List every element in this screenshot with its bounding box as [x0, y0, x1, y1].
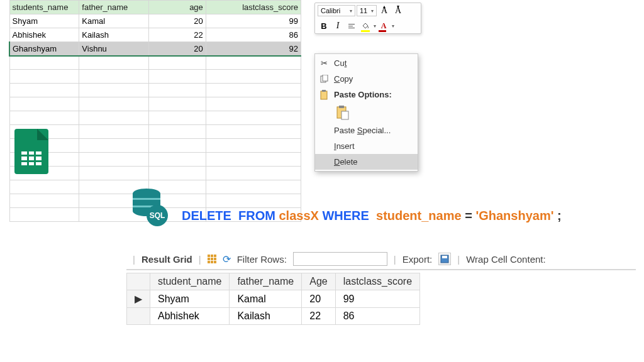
result-table[interactable]: student_name father_name Age lastclass_s… [126, 273, 420, 325]
cell[interactable]: Shyam [9, 14, 79, 28]
cell[interactable]: 22 [302, 308, 335, 325]
cell[interactable]: 99 [335, 290, 419, 308]
svg-rect-1 [323, 75, 328, 81]
cell[interactable]: Abhishek [150, 308, 230, 325]
decrease-font-button[interactable]: A▾ [392, 4, 404, 17]
col-header[interactable]: Age [302, 273, 335, 290]
cell[interactable]: 22 [149, 28, 206, 42]
italic-button[interactable]: I [331, 19, 344, 32]
copy-icon [319, 74, 329, 84]
cell[interactable]: 86 [335, 308, 419, 325]
result-grid: student_name father_name Age lastclass_s… [126, 273, 636, 325]
menu-insert[interactable]: Insert [315, 138, 418, 154]
refresh-icon[interactable]: ⟳ [223, 253, 231, 265]
font-name-dropdown[interactable]: Calibri▾ [318, 5, 355, 16]
sql-query-text: DELETE FROM classX WHERE student_name = … [182, 209, 562, 223]
empty-row[interactable] [9, 70, 301, 84]
svg-rect-8 [442, 256, 447, 258]
empty-row[interactable] [9, 56, 301, 70]
paste-options-row [315, 102, 418, 123]
table-row-selected[interactable]: Ghanshyam Vishnu 20 92 [9, 42, 301, 56]
clipboard-paste-icon [336, 105, 350, 120]
cell[interactable]: 92 [206, 42, 301, 56]
divider: | [133, 254, 135, 265]
cell[interactable]: 99 [206, 14, 301, 28]
menu-paste-special[interactable]: Paste Special... [315, 123, 418, 138]
excel-header-row: students_name father_name age lastclass_… [9, 1, 301, 14]
menu-copy[interactable]: Copy [315, 71, 418, 87]
menu-delete[interactable]: Delete [315, 154, 418, 170]
mini-format-toolbar: Calibri▾ 11▾ A▴ A▾ B I ▾ A ▾ [314, 3, 421, 34]
cell[interactable]: Vishnu [79, 42, 149, 56]
save-icon [440, 255, 449, 263]
clipboard-icon [319, 90, 329, 100]
empty-row[interactable] [9, 84, 301, 97]
result-grid-label: Result Grid [142, 254, 192, 265]
svg-rect-3 [322, 90, 326, 92]
empty-row[interactable] [9, 111, 301, 125]
sql-database-icon: SQL [130, 189, 167, 228]
cell[interactable]: 20 [149, 42, 206, 56]
sql-column: student_name [376, 209, 462, 222]
empty-row[interactable] [9, 153, 301, 167]
empty-row[interactable] [9, 139, 301, 153]
chevron-down-icon: ▾ [350, 8, 352, 14]
chevron-down-icon[interactable]: ▾ [392, 23, 394, 29]
bold-button[interactable]: B [318, 19, 330, 32]
row-selector-header [127, 273, 150, 290]
table-row[interactable]: ▶ Shyam Kamal 20 99 [127, 290, 420, 308]
cell[interactable]: Kailash [230, 308, 302, 325]
cell[interactable]: Abhishek [9, 28, 79, 42]
filter-rows-label: Filter Rows: [237, 254, 287, 265]
divider: | [199, 254, 201, 265]
font-size-dropdown[interactable]: 11▾ [357, 5, 377, 16]
cell[interactable]: Kamal [79, 14, 149, 28]
col-header[interactable]: lastclass_score [206, 1, 301, 14]
chevron-down-icon[interactable]: ▾ [374, 23, 376, 29]
table-row[interactable]: Shyam Kamal 20 99 [9, 14, 301, 28]
scissors-icon: ✂ [319, 58, 329, 69]
cell[interactable]: 20 [302, 290, 335, 308]
sql-keyword: FROM [238, 209, 275, 222]
col-header[interactable]: students_name [9, 1, 79, 14]
empty-row[interactable] [9, 125, 301, 139]
table-row[interactable]: Abhishek Kailash 22 86 [127, 308, 420, 325]
result-toolbar: | Result Grid | ⟳ Filter Rows: | Export:… [126, 249, 636, 270]
cell[interactable]: 86 [206, 28, 301, 42]
empty-row[interactable] [9, 167, 301, 180]
sql-keyword: DELETE [182, 209, 231, 222]
align-button[interactable] [345, 19, 358, 32]
font-color-button[interactable]: A [377, 19, 390, 32]
wrap-cell-label: Wrap Cell Content: [466, 254, 545, 265]
export-button[interactable] [438, 253, 451, 265]
menu-cut[interactable]: ✂ Cut [315, 55, 418, 71]
menu-paste-options: Paste Options: [315, 87, 418, 102]
col-header[interactable]: student_name [150, 273, 230, 290]
empty-row[interactable] [9, 97, 301, 111]
cell[interactable]: Ghanshyam [9, 42, 79, 56]
col-header[interactable]: father_name [230, 273, 302, 290]
paste-option-default[interactable] [334, 104, 352, 121]
table-row[interactable]: Abhishek Kailash 22 86 [9, 28, 301, 42]
col-header[interactable]: age [149, 1, 206, 14]
cell[interactable]: Kamal [230, 290, 302, 308]
result-panel: | Result Grid | ⟳ Filter Rows: | Export:… [126, 249, 636, 325]
sheets-file-icon [14, 129, 48, 174]
cell[interactable]: Kailash [79, 28, 149, 42]
increase-font-button[interactable]: A▴ [378, 4, 391, 17]
grid-view-icon[interactable] [208, 255, 216, 263]
grid-icon [21, 151, 42, 165]
row-selector[interactable] [127, 308, 150, 325]
cell[interactable]: 20 [149, 14, 206, 28]
divider: | [457, 254, 460, 265]
fill-color-button[interactable] [359, 19, 372, 32]
chevron-down-icon: ▾ [371, 8, 374, 14]
filter-rows-input[interactable] [293, 252, 387, 266]
col-header[interactable]: lastclass_score [335, 273, 419, 290]
row-selector[interactable]: ▶ [127, 290, 150, 308]
svg-rect-2 [321, 91, 327, 99]
cell[interactable]: Shyam [150, 290, 230, 308]
divider: | [394, 254, 396, 265]
col-header[interactable]: father_name [79, 1, 149, 14]
export-label: Export: [402, 254, 433, 265]
